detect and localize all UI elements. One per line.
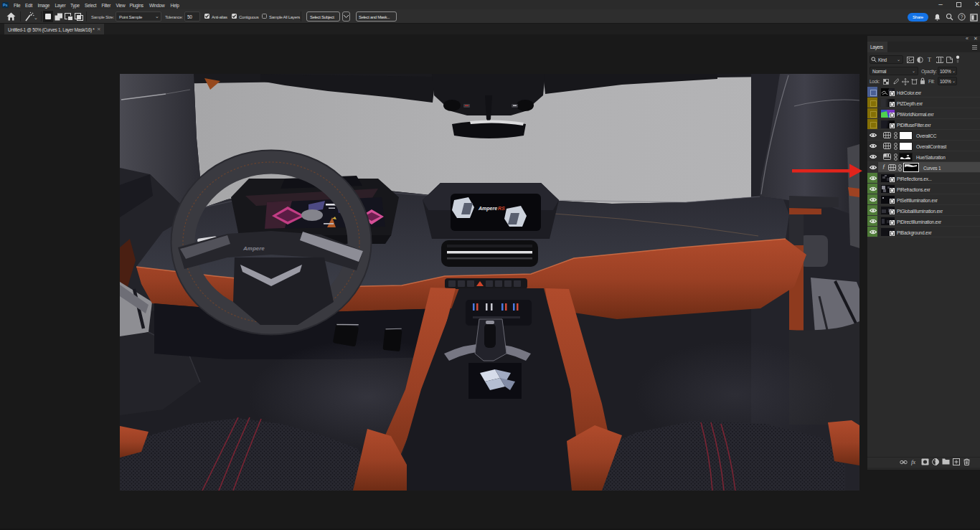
svg-text:?: ? xyxy=(961,14,963,19)
svg-text:Ampere: Ampere xyxy=(478,206,497,212)
svg-text:Ampere: Ampere xyxy=(242,245,265,252)
svg-text:RS: RS xyxy=(498,206,505,211)
